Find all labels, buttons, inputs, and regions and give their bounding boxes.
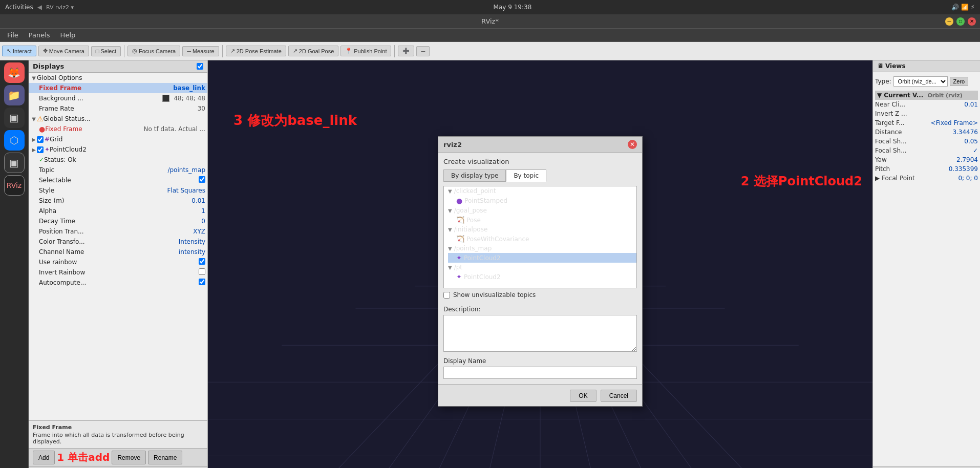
remove-button[interactable]: Remove bbox=[112, 451, 146, 464]
description-textarea[interactable] bbox=[443, 315, 637, 352]
menu-help[interactable]: Help bbox=[55, 30, 81, 40]
3d-viewport[interactable]: 3 修改为base_link rviz2 ✕ Create visualizat… bbox=[208, 60, 872, 468]
taskbar-terminal[interactable]: ▣ bbox=[4, 108, 25, 128]
background-row[interactable]: Background ... 48; 48; 48 bbox=[29, 93, 207, 103]
goal-pose-item[interactable]: ▼ /goal_pose bbox=[444, 206, 636, 215]
background-value: 48; 48; 48 bbox=[174, 95, 205, 102]
fixed-frame-row[interactable]: Fixed Frame base_link bbox=[29, 83, 207, 93]
taskbar-grid[interactable]: ⊞ bbox=[4, 462, 25, 468]
displays-header: Displays bbox=[29, 60, 207, 73]
taskbar-firefox[interactable]: 🦊 bbox=[4, 62, 25, 83]
invert-rainbow-row[interactable]: Invert Rainbow bbox=[29, 267, 207, 278]
pitch-label: Pitch bbox=[875, 165, 947, 173]
tab-by-display-type[interactable]: By display type bbox=[443, 169, 506, 182]
add-button[interactable]: Add bbox=[33, 451, 55, 464]
alpha-row[interactable]: Alpha 1 bbox=[29, 206, 207, 216]
dialog-tabs: By display type By topic bbox=[443, 169, 637, 182]
interact-button[interactable]: ↖ Interact bbox=[2, 46, 36, 56]
displays-title: Displays bbox=[33, 62, 64, 70]
show-unvisualizable-checkbox[interactable] bbox=[443, 292, 450, 299]
taskbar-vscode[interactable]: ⬡ bbox=[4, 130, 25, 151]
pointstamped-label: PointStamped bbox=[464, 197, 507, 204]
initialpose-item[interactable]: ▼ /initialpose bbox=[444, 225, 636, 234]
taskbar-files[interactable]: 📁 bbox=[4, 85, 25, 105]
display-name-input[interactable] bbox=[443, 367, 637, 379]
views-header: 🖥 Views bbox=[873, 60, 980, 72]
dialog-close-button[interactable]: ✕ bbox=[628, 140, 637, 149]
pointcloud2-pt-label: PointCloud2 bbox=[464, 273, 501, 281]
cancel-button[interactable]: Cancel bbox=[601, 390, 637, 402]
menu-file[interactable]: File bbox=[2, 30, 24, 40]
selectable-row[interactable]: Selectable bbox=[29, 175, 207, 185]
decay-time-row[interactable]: Decay Time 0 bbox=[29, 216, 207, 226]
global-options-row[interactable]: ▼ Global Options bbox=[29, 73, 207, 83]
size-row[interactable]: Size (m) 0.01 bbox=[29, 196, 207, 206]
pointstamped-item[interactable]: ● PointStamped bbox=[448, 196, 636, 206]
autocompute-row[interactable]: Autocompute... bbox=[29, 278, 207, 288]
publish-point-button[interactable]: 📍 Publish Point bbox=[340, 46, 391, 56]
frame-rate-row[interactable]: Frame Rate 30 bbox=[29, 103, 207, 114]
initialpose-label: /initialpose bbox=[454, 226, 488, 233]
selectable-value bbox=[199, 176, 205, 184]
focus-camera-button[interactable]: ◎ Focus Camera bbox=[127, 46, 180, 56]
global-status-row[interactable]: ▼ ⚠ Global Status... bbox=[29, 114, 207, 124]
topic-tree[interactable]: ▼ /clicked_point ● PointStamped ▼ /goal_… bbox=[443, 186, 637, 288]
pt-item[interactable]: ▼ /pt bbox=[444, 263, 636, 272]
minimize-button[interactable]: ─ bbox=[945, 17, 953, 26]
pointcloud2-pt-item[interactable]: ✦ PointCloud2 bbox=[448, 272, 636, 282]
current-view-header[interactable]: ▼ Current V... Orbit (rviz) bbox=[875, 91, 978, 100]
taskbar-terminal2[interactable]: ▣ bbox=[4, 153, 25, 173]
style-row[interactable]: Style Flat Squares bbox=[29, 185, 207, 196]
warn-icon: ⚠ bbox=[37, 115, 44, 123]
pose-cov-label: PoseWithCovariance bbox=[466, 236, 529, 243]
close-button[interactable]: ✕ bbox=[968, 17, 976, 26]
bottom-buttons: Add 1 单击add Remove Rename bbox=[29, 448, 207, 466]
topic-row[interactable]: Topic /points_map bbox=[29, 165, 207, 175]
pitch-row: Pitch 0.335399 bbox=[875, 164, 978, 174]
displays-toggle[interactable] bbox=[197, 63, 203, 70]
pose-covariance-item[interactable]: 🏹 PoseWithCovariance bbox=[448, 234, 636, 244]
pointcloud2-checkbox[interactable] bbox=[37, 146, 44, 153]
move-camera-button[interactable]: ✥ Move Camera bbox=[38, 46, 89, 56]
use-rainbow-key: Use rainbow bbox=[39, 259, 197, 266]
activities-label[interactable]: Activities bbox=[5, 4, 33, 11]
fixed-frame-status-val: No tf data. Actual ... bbox=[144, 125, 205, 133]
pointcloud2-dialog-item[interactable]: ✦ PointCloud2 bbox=[448, 253, 636, 263]
error-icon: ● bbox=[39, 125, 45, 133]
tab-by-topic[interactable]: By topic bbox=[506, 169, 546, 182]
decay-value: 0 bbox=[201, 218, 205, 225]
ok-button[interactable]: OK bbox=[570, 390, 596, 402]
remove-tool-button[interactable]: ─ bbox=[416, 46, 430, 56]
frame-rate-key: Frame Rate bbox=[39, 105, 196, 112]
rename-button[interactable]: Rename bbox=[148, 451, 182, 464]
grid-checkbox[interactable] bbox=[37, 136, 44, 143]
use-rainbow-row[interactable]: Use rainbow bbox=[29, 257, 207, 267]
measure-button[interactable]: ─ Measure bbox=[182, 46, 219, 56]
view-type-row: Type: Orbit (rviz_de... Zero bbox=[875, 74, 978, 89]
color-transfo-row[interactable]: Color Transfo... Intensity bbox=[29, 237, 207, 247]
show-unvisualizable-row: Show unvisualizable topics bbox=[443, 288, 637, 302]
pose-estimate-button[interactable]: ↗ 2D Pose Estimate bbox=[226, 46, 286, 56]
status-ok-row: ✓ Status: Ok bbox=[29, 155, 207, 165]
menu-panels[interactable]: Panels bbox=[24, 30, 55, 40]
maximize-button[interactable]: □ bbox=[956, 17, 965, 26]
taskbar-rviz[interactable]: RViz bbox=[4, 175, 25, 196]
show-unvisualizable-label: Show unvisualizable topics bbox=[453, 291, 536, 299]
view-zero-button[interactable]: Zero bbox=[950, 77, 969, 86]
select-button[interactable]: □ Select bbox=[91, 46, 121, 56]
pose-item[interactable]: 🏹 Pose bbox=[448, 215, 636, 225]
add-tool-button[interactable]: ➕ bbox=[398, 46, 414, 56]
fixed-frame-status-row[interactable]: ● Fixed Frame No tf data. Actual ... bbox=[29, 124, 207, 134]
points-map-item[interactable]: ▼ /points_map bbox=[444, 244, 636, 253]
dialog-overlay: rviz2 ✕ Create visualization By display … bbox=[208, 60, 872, 468]
grid-row[interactable]: ▶ # Grid bbox=[29, 134, 207, 144]
view-type-select[interactable]: Orbit (rviz_de... bbox=[893, 76, 948, 87]
clicked-point-item[interactable]: ▼ /clicked_point bbox=[444, 186, 636, 196]
channel-name-row[interactable]: Channel Name intensity bbox=[29, 247, 207, 257]
pointcloud2-row[interactable]: ▶ ✦ PointCloud2 bbox=[29, 144, 207, 155]
ok-icon: ✓ bbox=[39, 156, 44, 163]
color-transfo-key: Color Transfo... bbox=[39, 238, 177, 245]
goal-pose-button[interactable]: ↗ 2D Goal Pose bbox=[288, 46, 338, 56]
position-trans-row[interactable]: Position Tran... XYZ bbox=[29, 226, 207, 237]
invert-rainbow-key: Invert Rainbow bbox=[39, 269, 197, 276]
